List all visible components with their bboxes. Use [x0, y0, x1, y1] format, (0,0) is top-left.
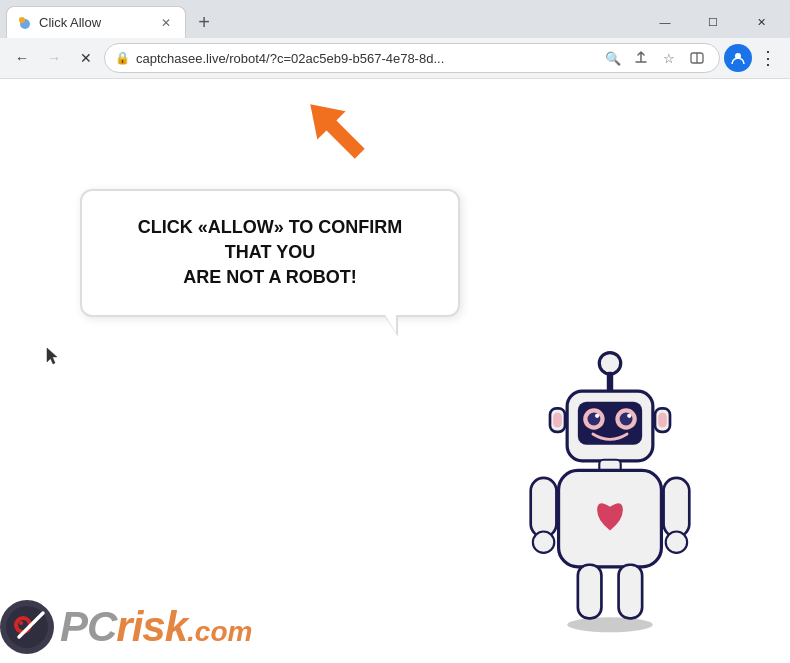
tab-close-button[interactable]: ✕ [157, 14, 175, 32]
address-icons: 🔍 ☆ [601, 46, 709, 70]
svg-point-1 [19, 17, 25, 23]
pcrisk-pc-text: PC [60, 603, 116, 651]
active-tab[interactable]: Click Allow ✕ [6, 6, 186, 38]
close-button[interactable]: ✕ [738, 6, 784, 38]
svg-point-14 [595, 414, 599, 418]
robot-image [500, 344, 740, 663]
svg-point-24 [533, 532, 554, 553]
svg-rect-18 [553, 413, 562, 428]
svg-rect-19 [658, 413, 667, 428]
forward-button[interactable]: → [40, 44, 68, 72]
svg-point-25 [666, 532, 687, 553]
browser-chrome: Click Allow ✕ + — ☐ ✕ ← → ✕ 🔒 captchasee… [0, 0, 790, 79]
back-button[interactable]: ← [8, 44, 36, 72]
address-bar[interactable]: 🔒 captchasee.live/robot4/?c=02ac5eb9-b56… [104, 43, 720, 73]
more-options-button[interactable]: ⋮ [754, 44, 782, 72]
svg-point-28 [567, 617, 653, 632]
new-tab-button[interactable]: + [190, 8, 218, 36]
svg-rect-23 [664, 478, 690, 537]
lock-icon: 🔒 [115, 51, 130, 65]
svg-point-15 [627, 414, 631, 418]
profile-button[interactable] [724, 44, 752, 72]
pcrisk-logo [0, 600, 54, 654]
split-view-icon[interactable] [685, 46, 709, 70]
captcha-message: CLICK «ALLOW» TO CONFIRM THAT YOU ARE NO… [112, 215, 428, 291]
mouse-cursor [46, 347, 58, 369]
url-text: captchasee.live/robot4/?c=02ac5eb9-b567-… [136, 51, 595, 66]
svg-rect-26 [578, 565, 602, 619]
pcrisk-risk-text: risk [116, 603, 187, 651]
maximize-button[interactable]: ☐ [690, 6, 736, 38]
tab-bar: Click Allow ✕ + — ☐ ✕ [0, 0, 790, 38]
page-content: CLICK «ALLOW» TO CONFIRM THAT YOU ARE NO… [0, 79, 790, 663]
pcrisk-watermark: PCrisk.com [0, 600, 252, 654]
svg-point-32 [19, 621, 23, 625]
arrow-indicator [290, 89, 380, 173]
nav-right: ⋮ [724, 44, 782, 72]
window-controls: — ☐ ✕ [642, 6, 784, 38]
svg-marker-5 [296, 90, 374, 168]
pcrisk-domain-text: .com [187, 616, 252, 648]
bookmark-icon[interactable]: ☆ [657, 46, 681, 70]
nav-bar: ← → ✕ 🔒 captchasee.live/robot4/?c=02ac5e… [0, 38, 790, 78]
tab-favicon [17, 15, 33, 31]
svg-rect-22 [531, 478, 557, 537]
svg-point-6 [599, 353, 620, 374]
svg-rect-27 [619, 565, 643, 619]
share-icon[interactable] [629, 46, 653, 70]
tab-label: Click Allow [39, 15, 151, 30]
search-icon[interactable]: 🔍 [601, 46, 625, 70]
reload-button[interactable]: ✕ [72, 44, 100, 72]
speech-bubble: CLICK «ALLOW» TO CONFIRM THAT YOU ARE NO… [80, 189, 460, 317]
minimize-button[interactable]: — [642, 6, 688, 38]
